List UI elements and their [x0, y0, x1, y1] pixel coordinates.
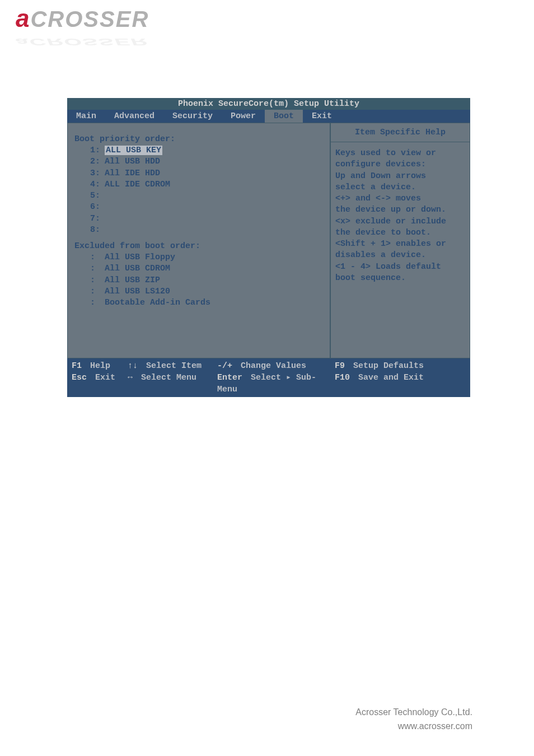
- footer-key-f9: F9: [335, 361, 345, 371]
- tab-advanced[interactable]: Advanced: [105, 110, 163, 123]
- excluded-item-4[interactable]: :All USB LS120: [90, 286, 323, 297]
- company-footer: Acrosser Technology Co.,Ltd. www.acrosse…: [355, 705, 472, 734]
- footer-bar: F1 Help ↑↓ Select Item -/+ Change Values…: [67, 358, 470, 397]
- boot-priority-list: 1:ALL USB KEY 2:All USB HDD 3:All IDE HD…: [90, 145, 323, 236]
- tab-exit[interactable]: Exit: [303, 110, 341, 123]
- footer-key-updown: ↑↓: [128, 361, 138, 371]
- help-title: Item Specific Help: [331, 123, 470, 142]
- help-line: <x> exclude or include: [335, 216, 465, 227]
- logo: aCROSSER: [16, 4, 149, 32]
- help-line: boot sequence.: [335, 273, 465, 284]
- bios-window: Phoenix SecureCore(tm) Setup Utility Mai…: [67, 98, 470, 397]
- footer-key-esc: Esc: [72, 373, 87, 382]
- help-line: the device up or down.: [335, 204, 465, 216]
- footer-label-select-menu: Select Menu: [141, 373, 196, 382]
- boot-priority-label: Boot priority order:: [74, 134, 323, 144]
- boot-item-4[interactable]: 4:ALL IDE CDROM: [90, 179, 323, 190]
- tab-boot[interactable]: Boot: [265, 110, 303, 123]
- company-url: www.acrosser.com: [355, 719, 472, 734]
- bios-title: Phoenix SecureCore(tm) Setup Utility: [67, 98, 470, 110]
- footer-label-change-values: Change Values: [241, 361, 306, 371]
- help-line: <Shift + 1> enables or: [335, 239, 465, 250]
- excluded-item-2[interactable]: :All USB CDROM: [90, 263, 323, 274]
- footer-label-help: Help: [90, 361, 110, 371]
- help-body: Keys used to view or configure devices: …: [331, 142, 470, 290]
- tab-main[interactable]: Main: [67, 110, 105, 123]
- help-line: <1 - 4> Loads default: [335, 262, 465, 273]
- content-area: Boot priority order: 1:ALL USB KEY 2:All…: [67, 123, 470, 358]
- help-line: disables a device.: [335, 250, 465, 261]
- boot-item-1[interactable]: 1:ALL USB KEY: [90, 145, 323, 156]
- footer-label-exit: Exit: [95, 373, 115, 382]
- boot-item-6[interactable]: 6:: [90, 202, 323, 213]
- tab-bar: Main Advanced Security Power Boot Exit: [67, 110, 470, 123]
- tab-power[interactable]: Power: [222, 110, 265, 123]
- excluded-item-3[interactable]: :All USB ZIP: [90, 275, 323, 286]
- boot-item-8[interactable]: 8:: [90, 225, 323, 236]
- tab-security[interactable]: Security: [163, 110, 222, 123]
- footer-key-f10: F10: [335, 373, 350, 382]
- boot-item-2[interactable]: 2:All USB HDD: [90, 156, 323, 167]
- logo-rest: CROSSER: [30, 7, 149, 31]
- help-line: <+> and <-> moves: [335, 193, 465, 204]
- footer-row-2: Esc Exit ↔ Select Menu Enter Select ▸ Su…: [72, 372, 466, 395]
- excluded-label: Excluded from boot order:: [74, 241, 323, 251]
- footer-key-f1: F1: [72, 361, 82, 371]
- footer-label-select-item: Select Item: [146, 361, 202, 371]
- help-line: select a device.: [335, 182, 465, 193]
- logo-first-letter: a: [16, 4, 30, 32]
- main-panel: Boot priority order: 1:ALL USB KEY 2:All…: [67, 123, 330, 358]
- help-line: Up and Down arrows: [335, 171, 465, 182]
- footer-row-1: F1 Help ↑↓ Select Item -/+ Change Values…: [72, 360, 466, 372]
- boot-item-7[interactable]: 7:: [90, 213, 323, 225]
- help-line: configure devices:: [335, 159, 465, 170]
- footer-label-save-exit: Save and Exit: [358, 373, 424, 382]
- company-name: Acrosser Technology Co.,Ltd.: [355, 705, 472, 720]
- excluded-list: :All USB Floppy :All USB CDROM :All USB …: [90, 252, 323, 309]
- footer-key-plusminus: -/+: [217, 361, 232, 371]
- help-line: Keys used to view or: [335, 148, 465, 159]
- footer-label-setup-defaults: Setup Defaults: [353, 361, 424, 371]
- boot-item-5[interactable]: 5:: [90, 190, 323, 202]
- help-panel: Item Specific Help Keys used to view or …: [330, 123, 470, 358]
- footer-key-enter: Enter: [217, 373, 242, 382]
- logo-reflection: aCROSSER: [16, 37, 148, 47]
- help-line: the device to boot.: [335, 227, 465, 239]
- excluded-item-1[interactable]: :All USB Floppy: [90, 252, 323, 263]
- excluded-item-5[interactable]: :Bootable Add-in Cards: [90, 297, 323, 309]
- footer-key-leftright: ↔: [128, 373, 133, 382]
- boot-item-3[interactable]: 3:All IDE HDD: [90, 168, 323, 179]
